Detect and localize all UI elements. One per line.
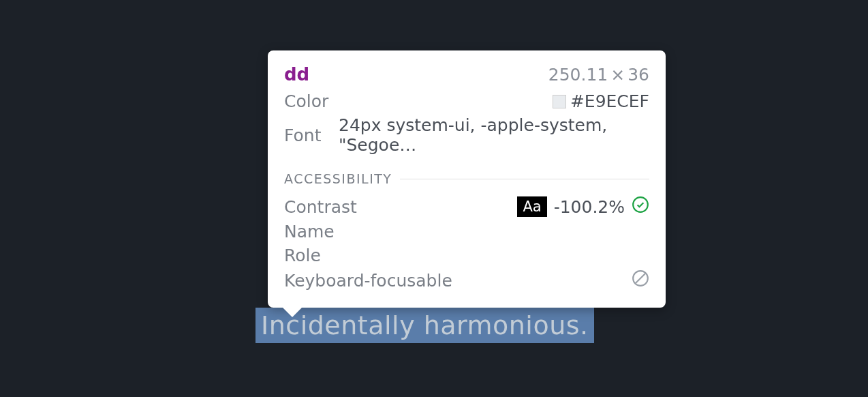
inspector-tooltip: dd 250.11×36 Color #E9ECEF Font 24px sys… <box>268 50 666 308</box>
check-circle-icon <box>632 196 649 218</box>
color-label: Color <box>284 91 339 111</box>
font-row: Font 24px system-ui, -apple-system, "Seg… <box>284 115 649 155</box>
contrast-label: Contrast <box>284 197 339 217</box>
dimension-times: × <box>610 65 625 85</box>
color-row: Color #E9ECEF <box>284 91 649 111</box>
name-label: Name <box>284 222 339 241</box>
dimension-width: 250.11 <box>548 65 608 85</box>
contrast-value-wrap: Aa -100.2% <box>517 196 649 218</box>
element-tag: dd <box>284 64 309 85</box>
tooltip-header: dd 250.11×36 <box>284 64 649 85</box>
accessibility-section-header: ACCESSIBILITY <box>284 171 649 186</box>
role-label: Role <box>284 246 339 265</box>
prohibit-icon <box>632 269 649 291</box>
svg-point-0 <box>633 197 648 212</box>
color-swatch-icon <box>553 95 566 108</box>
svg-line-2 <box>635 273 645 283</box>
section-divider-line <box>400 179 649 179</box>
accessibility-title: ACCESSIBILITY <box>284 171 392 186</box>
element-dimensions: 250.11×36 <box>548 65 649 85</box>
contrast-row: Contrast Aa -100.2% <box>284 196 649 218</box>
keyboard-label: Keyboard-focusable <box>284 271 452 291</box>
font-label: Font <box>284 126 339 145</box>
color-value-wrap: #E9ECEF <box>553 91 649 111</box>
inspected-element[interactable]: Incidentally harmonious. <box>255 308 594 343</box>
contrast-aa-badge: Aa <box>517 196 546 217</box>
name-row: Name <box>284 222 649 241</box>
role-row: Role <box>284 246 649 265</box>
dimension-height: 36 <box>627 65 649 85</box>
font-value: 24px system-ui, -apple-system, "Segoe… <box>339 115 649 155</box>
keyboard-row: Keyboard-focusable <box>284 269 649 291</box>
contrast-percent: -100.2% <box>554 197 625 217</box>
color-value: #E9ECEF <box>570 91 649 111</box>
